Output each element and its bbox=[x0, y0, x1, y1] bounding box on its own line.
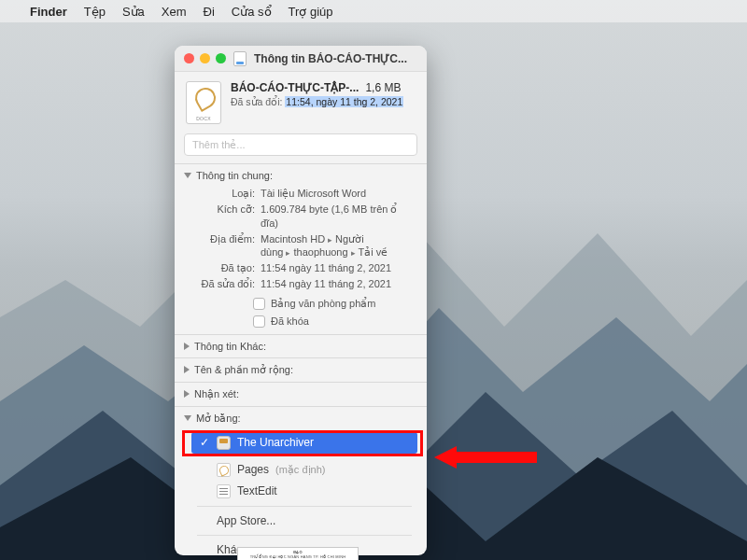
section-general-title: Thông tin chung: bbox=[196, 170, 273, 181]
general-info-grid: Loại: Tài liệu Microsoft Word Kích cỡ: 1… bbox=[175, 187, 427, 295]
kind-value: Tài liệu Microsoft Word bbox=[261, 187, 416, 201]
window-title: Thông tin BÁO-CÁO-THỰC... bbox=[254, 52, 417, 65]
chevron-down-icon bbox=[184, 173, 191, 178]
file-icon bbox=[186, 81, 221, 124]
modified-label: Đã sửa đổi: bbox=[184, 277, 255, 291]
tags-input[interactable]: Thêm thẻ... bbox=[184, 133, 417, 156]
menu-item-label: TextEdit bbox=[237, 484, 277, 497]
section-comments[interactable]: Nhận xét: bbox=[175, 383, 427, 406]
checkmark-icon: ✓ bbox=[199, 436, 210, 449]
modified-value: 11:54 ngày 11 tháng 2, 2021 bbox=[261, 277, 416, 291]
menubar-item-help[interactable]: Trợ giúp bbox=[289, 5, 333, 19]
zoom-button[interactable] bbox=[216, 53, 226, 63]
menubar-item-edit[interactable]: Sửa bbox=[122, 5, 145, 19]
chevron-down-icon bbox=[184, 415, 191, 421]
tags-placeholder: Thêm thẻ... bbox=[192, 139, 246, 151]
stationery-label: Bảng văn phòng phẩm bbox=[271, 298, 375, 310]
modified-value: 11:54, ngày 11 thg 2, 2021 bbox=[285, 96, 403, 107]
open-with-menu: ✓ The Unarchiver Pages (mặc định) TextEd… bbox=[191, 432, 417, 555]
menubar: Finder Tệp Sửa Xem Đi Cửa sổ Trợ giúp bbox=[0, 0, 747, 22]
menubar-item-go[interactable]: Đi bbox=[204, 5, 215, 19]
chevron-right-icon: ▸ bbox=[348, 248, 359, 258]
section-open-with[interactable]: Mở bằng: bbox=[175, 407, 427, 430]
titlebar-file-icon bbox=[233, 51, 247, 66]
traffic-lights bbox=[184, 53, 226, 63]
document-thumbnail: ĐẠO TRƯỜNG ĐẠI HỌC NGÂN HÀNG TP. HỒ CHÍ … bbox=[237, 547, 359, 560]
where-label: Địa điểm: bbox=[184, 232, 255, 260]
modified-label: Đã sửa đổi: bbox=[231, 96, 282, 107]
menu-separator bbox=[197, 506, 412, 507]
locked-row[interactable]: Đã khóa bbox=[253, 313, 427, 330]
default-badge: (mặc định) bbox=[275, 464, 325, 476]
file-size: 1,6 MB bbox=[365, 81, 401, 94]
menu-item-app-store[interactable]: App Store... bbox=[191, 511, 417, 531]
menu-item-pages[interactable]: Pages (mặc định) bbox=[191, 459, 417, 481]
get-info-window: Thông tin BÁO-CÁO-THỰC... BÁO-CÁO-THỰC-T… bbox=[175, 46, 427, 555]
menu-item-unarchiver[interactable]: ✓ The Unarchiver bbox=[191, 432, 417, 454]
section-more-info[interactable]: Thông tin Khác: bbox=[175, 335, 427, 357]
menubar-app-name[interactable]: Finder bbox=[30, 5, 67, 19]
size-value: 1.609.784 byte (1,6 MB trên ổ đĩa) bbox=[261, 203, 416, 231]
pages-icon bbox=[217, 463, 231, 477]
chevron-right-icon bbox=[184, 390, 190, 398]
locked-checkbox[interactable] bbox=[253, 315, 265, 328]
menu-item-textedit[interactable]: TextEdit bbox=[191, 481, 417, 502]
locked-label: Đã khóa bbox=[271, 315, 309, 327]
size-label: Kích cỡ: bbox=[184, 203, 255, 231]
section-name-extension[interactable]: Tên & phần mở rộng: bbox=[175, 358, 427, 382]
menubar-item-view[interactable]: Xem bbox=[162, 5, 187, 19]
created-value: 11:54 ngày 11 tháng 2, 2021 bbox=[261, 261, 416, 275]
where-value: Macintosh HD▸Người dùng▸thaophuong▸Tải v… bbox=[261, 232, 416, 260]
textedit-icon bbox=[217, 484, 231, 498]
menu-item-label: The Unarchiver bbox=[237, 436, 314, 449]
stationery-row[interactable]: Bảng văn phòng phẩm bbox=[253, 295, 427, 313]
menubar-item-file[interactable]: Tệp bbox=[84, 5, 106, 19]
chevron-right-icon: ▸ bbox=[325, 235, 335, 245]
file-name: BÁO-CÁO-THỰC-TẬP-... bbox=[231, 81, 359, 94]
chevron-right-icon: ▸ bbox=[283, 248, 293, 258]
menu-separator bbox=[197, 535, 412, 536]
modified-line: Đã sửa đổi: 11:54, ngày 11 thg 2, 2021 bbox=[231, 96, 416, 107]
close-button[interactable] bbox=[184, 53, 194, 63]
unarchiver-icon bbox=[217, 436, 231, 450]
menubar-item-window[interactable]: Cửa sổ bbox=[232, 5, 272, 19]
file-header: BÁO-CÁO-THỰC-TẬP-... 1,6 MB Đã sửa đổi: … bbox=[175, 72, 427, 130]
chevron-right-icon bbox=[184, 366, 190, 373]
menu-item-label: App Store... bbox=[217, 514, 275, 527]
kind-label: Loại: bbox=[184, 187, 255, 201]
stationery-checkbox[interactable] bbox=[253, 298, 265, 310]
section-general-head[interactable]: Thông tin chung: bbox=[175, 164, 427, 187]
minimize-button[interactable] bbox=[200, 53, 210, 63]
titlebar[interactable]: Thông tin BÁO-CÁO-THỰC... bbox=[175, 46, 427, 72]
menu-item-label: Pages bbox=[237, 463, 269, 476]
chevron-right-icon bbox=[184, 343, 190, 350]
created-label: Đã tạo: bbox=[184, 261, 255, 275]
